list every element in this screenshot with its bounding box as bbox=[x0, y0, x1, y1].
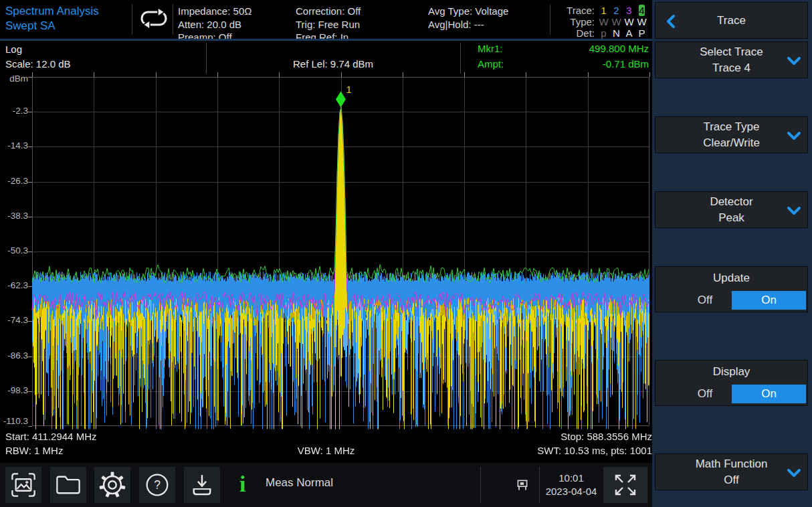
setting-correction: Correction: Off bbox=[296, 5, 361, 18]
trace-3-type: W bbox=[623, 16, 635, 27]
y-axis-tick-label: -2.3 bbox=[0, 106, 28, 116]
spectrum-canvas[interactable] bbox=[27, 72, 655, 431]
display-off-button[interactable]: Off bbox=[685, 387, 725, 401]
back-chevron-icon[interactable] bbox=[665, 14, 677, 32]
trace-1-type: W bbox=[597, 16, 610, 27]
file-browser-button[interactable] bbox=[50, 467, 86, 503]
type-row-label: Type: bbox=[564, 16, 597, 27]
det-row-label: Det: bbox=[564, 27, 597, 39]
stop-frequency: Stop: 588.3556 MHz bbox=[0, 431, 652, 442]
toolbar-divider bbox=[539, 467, 540, 503]
expand-arrows-button[interactable] bbox=[603, 467, 647, 503]
y-axis-tick-label: -26.3 bbox=[0, 176, 28, 186]
settings-button[interactable] bbox=[94, 467, 130, 503]
toolbar-divider bbox=[480, 467, 481, 503]
trace-type-button[interactable]: Trace Type Clear/Write bbox=[655, 116, 808, 153]
lock-icon[interactable] bbox=[504, 467, 540, 503]
header-divider bbox=[173, 4, 173, 35]
setting-trigger: Trig: Free Run bbox=[296, 18, 361, 31]
math-function-label: Math Function bbox=[696, 456, 768, 472]
setting-impedance: Impedance: 50Ω bbox=[178, 5, 251, 18]
trace-legend[interactable]: Trace: 1 2 3 4 Type: W W W W Det: p N A … bbox=[564, 5, 648, 39]
setting-avg-hold: Avg|Hold: --- bbox=[428, 18, 508, 31]
trace-legend-row-label: Trace: bbox=[564, 5, 597, 16]
display-on-button[interactable]: On bbox=[732, 385, 806, 403]
ref-level: Ref Lel: 9.74 dBm bbox=[206, 58, 460, 70]
y-axis-tick-label: -86.3 bbox=[0, 350, 28, 361]
expand-arrows-icon bbox=[610, 471, 641, 499]
help-icon: ? bbox=[143, 471, 171, 499]
trace-4-number-selected[interactable]: 4 bbox=[635, 5, 648, 16]
detector-label: Detector bbox=[710, 194, 752, 210]
header-divider bbox=[550, 4, 550, 35]
y-axis-tick-label: -74.3 bbox=[0, 315, 28, 325]
y-axis-tick-label: -62.3 bbox=[0, 280, 28, 290]
menu-header-trace[interactable]: Trace bbox=[655, 2, 808, 39]
math-function-value: Off bbox=[724, 472, 738, 488]
header-settings-group-3: Avg Type: Voltage Avg|Hold: --- bbox=[428, 5, 508, 31]
select-trace-value: Trace 4 bbox=[712, 60, 750, 76]
trace-2-number[interactable]: 2 bbox=[610, 5, 623, 16]
trace-1-number[interactable]: 1 bbox=[597, 5, 610, 16]
spectrum-analyzer-screen: Spectrum Analysis Swept SA Impedance: 50… bbox=[0, 0, 812, 507]
marker-1-amplitude: -0.71 dBm bbox=[603, 58, 649, 70]
time-value: 10:01 bbox=[540, 472, 602, 485]
info-icon: i bbox=[239, 468, 245, 500]
marker-1-label: Mkr1: bbox=[478, 43, 503, 54]
select-trace-button[interactable]: Select Trace Trace 4 bbox=[655, 41, 808, 78]
header-settings-group-2: Correction: Off Trig: Free Run Freq Ref:… bbox=[296, 5, 361, 44]
chevron-down-icon bbox=[786, 130, 802, 146]
math-function-button[interactable]: Math Function Off bbox=[655, 453, 808, 490]
trace-3-number[interactable]: 3 bbox=[623, 5, 635, 16]
clock-date[interactable]: 10:01 2023-04-04 bbox=[540, 467, 602, 503]
trace-4-detector: P bbox=[635, 27, 648, 39]
gear-icon bbox=[98, 471, 126, 499]
detector-value: Peak bbox=[718, 210, 744, 226]
select-trace-label: Select Trace bbox=[700, 44, 763, 60]
trace-1-detector: p bbox=[597, 27, 610, 39]
trace-3-detector: A bbox=[623, 27, 635, 39]
trace-type-value: Clear/Write bbox=[703, 135, 760, 151]
setting-avg-type: Avg Type: Voltage bbox=[428, 5, 508, 18]
date-value: 2023-04-04 bbox=[540, 485, 602, 498]
chevron-down-icon bbox=[786, 55, 802, 71]
display-toggle-title: Display bbox=[655, 361, 807, 379]
chevron-down-icon bbox=[786, 205, 802, 221]
trace-4-type: W bbox=[635, 16, 648, 27]
y-axis-tick-label: -110.3 bbox=[0, 416, 28, 426]
marker-1-frequency: 499.800 MHz bbox=[589, 43, 649, 54]
folder-icon bbox=[54, 471, 82, 499]
y-axis-tick-label: -38.3 bbox=[0, 211, 28, 221]
update-toggle-group: Update Off On bbox=[655, 266, 808, 312]
display-toggle-group: Display Off On bbox=[655, 360, 808, 406]
y-axis-tick-label: -14.3 bbox=[0, 140, 28, 150]
setting-atten: Atten: 20.0 dB bbox=[178, 18, 251, 31]
save-download-icon bbox=[188, 471, 216, 499]
side-menu-panel: Trace Select Trace Trace 4 Trace Type Cl… bbox=[652, 0, 812, 507]
detector-button[interactable]: Detector Peak bbox=[655, 191, 808, 228]
readout-divider bbox=[460, 43, 461, 74]
header-settings-group-1: Impedance: 50Ω Atten: 20.0 dB Preamp: Of… bbox=[178, 5, 251, 44]
menu-title: Trace bbox=[717, 14, 746, 27]
trace-type-label: Trace Type bbox=[703, 119, 759, 135]
sweep-time-points: SWT: 10.53 ms, pts: 1001 bbox=[0, 445, 652, 456]
y-axis-tick-label: -50.3 bbox=[0, 245, 28, 256]
svg-text:?: ? bbox=[154, 478, 161, 492]
update-on-button[interactable]: On bbox=[732, 291, 806, 310]
y-axis-tick-label: -98.3 bbox=[0, 385, 28, 395]
screenshot-icon bbox=[9, 471, 37, 499]
help-button[interactable]: ? bbox=[139, 467, 175, 503]
update-toggle-title: Update bbox=[655, 267, 807, 285]
measurement-status: Meas Normal bbox=[266, 476, 333, 490]
screenshot-button[interactable] bbox=[5, 467, 41, 503]
update-off-button[interactable]: Off bbox=[685, 294, 725, 307]
header-bar: Spectrum Analysis Swept SA Impedance: 50… bbox=[0, 0, 652, 39]
bottom-toolbar: ? i Meas Normal 10:01 2023-04-04 bbox=[0, 463, 652, 507]
chevron-down-icon bbox=[786, 467, 802, 483]
save-button[interactable] bbox=[184, 467, 220, 503]
trace-2-detector: N bbox=[610, 27, 623, 39]
marker-1-ampt-label: Ampt: bbox=[478, 58, 504, 70]
y-axis-unit: dBm bbox=[0, 74, 28, 84]
header-divider bbox=[132, 4, 132, 35]
continuous-sweep-icon[interactable] bbox=[136, 7, 171, 31]
